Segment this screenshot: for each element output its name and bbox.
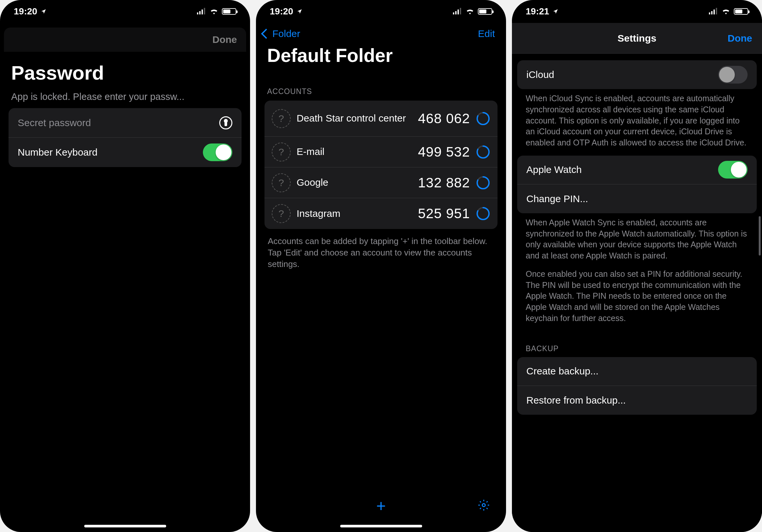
wifi-icon [722, 6, 730, 17]
watch-description-1: When Apple Watch Sync is enabled, accoun… [517, 213, 757, 269]
scrollbar[interactable] [759, 216, 761, 255]
svg-rect-2 [201, 10, 203, 14]
icloud-group: iCloud [517, 60, 757, 89]
svg-rect-3 [204, 8, 205, 14]
battery-icon [734, 8, 748, 15]
password-screen: 19:20 Done Password App is locked. Pleas… [0, 0, 250, 532]
svg-rect-6 [458, 10, 459, 14]
accounts-hint: Accounts can be added by tapping '+' in … [256, 229, 506, 277]
password-group: Secret password Number Keyboard [9, 108, 242, 167]
svg-rect-18 [711, 11, 713, 14]
status-bar: 19:20 [0, 0, 250, 20]
apple-watch-row: Apple Watch [517, 156, 757, 184]
keychain-icon[interactable] [219, 116, 232, 129]
account-name: Death Star control center [297, 113, 412, 124]
nav-bar: Settings Done [512, 23, 762, 54]
modal-header: Done [4, 28, 246, 52]
timer-icon [476, 175, 490, 190]
accounts-header: ACCOUNTS [256, 74, 506, 100]
edit-button[interactable]: Edit [478, 28, 495, 39]
done-button[interactable]: Done [727, 33, 752, 44]
status-bar: 19:21 [512, 0, 762, 20]
account-icon: ? [272, 204, 291, 223]
account-code: 132 882 [418, 175, 470, 191]
icloud-label: iCloud [526, 69, 554, 80]
create-backup-row[interactable]: Create backup... [517, 357, 757, 386]
wifi-icon [465, 6, 475, 17]
home-indicator[interactable] [340, 525, 422, 527]
timer-icon [476, 206, 490, 221]
svg-point-16 [483, 504, 486, 507]
status-time: 19:21 [526, 6, 549, 17]
account-icon: ? [272, 143, 291, 162]
home-indicator[interactable] [84, 525, 166, 527]
account-row[interactable]: ? Instagram 525 951 [265, 198, 497, 229]
settings-screen: 19:21 Settings Done iCloud [512, 0, 762, 532]
account-code: 525 951 [418, 206, 470, 222]
settings-button[interactable] [478, 499, 490, 512]
location-icon [297, 6, 302, 17]
chevron-left-icon [261, 29, 271, 39]
password-input[interactable]: Secret password [18, 117, 219, 128]
account-icon: ? [272, 109, 291, 128]
icloud-switch[interactable] [718, 66, 748, 84]
svg-rect-5 [455, 11, 457, 14]
svg-rect-4 [453, 13, 454, 14]
account-row[interactable]: ? Death Star control center 468 062 [265, 100, 497, 137]
icloud-row: iCloud [517, 60, 757, 89]
account-name: Instagram [297, 208, 412, 220]
folder-screen: 19:20 Folder Edit Default Folder ACCOUNT… [256, 0, 506, 532]
backup-header: BACKUP [517, 331, 757, 357]
battery-icon [478, 8, 492, 15]
page-title: Password [0, 52, 250, 91]
account-name: E-mail [297, 146, 412, 158]
location-icon [553, 6, 559, 17]
create-backup-label: Create backup... [526, 366, 598, 377]
signal-icon [709, 6, 718, 17]
accounts-list: ? Death Star control center 468 062 ? E-… [265, 100, 497, 229]
back-button[interactable]: Folder [263, 28, 300, 39]
back-label: Folder [272, 28, 300, 39]
location-icon [40, 6, 46, 17]
account-row[interactable]: ? Google 132 882 [265, 167, 497, 198]
done-button[interactable]: Done [212, 34, 237, 45]
status-bar: 19:20 [256, 0, 506, 20]
watch-group: Apple Watch Change PIN... [517, 156, 757, 213]
svg-rect-19 [714, 10, 715, 14]
svg-rect-20 [716, 8, 717, 14]
svg-rect-17 [709, 13, 710, 14]
svg-rect-1 [199, 11, 200, 14]
page-subtitle: App is locked. Please enter your passw..… [0, 91, 250, 108]
icloud-description: When iCloud Sync is enabled, accounts ar… [517, 89, 757, 156]
change-pin-label: Change PIN... [526, 193, 588, 204]
signal-icon [453, 6, 462, 17]
backup-group: Create backup... Restore from backup... [517, 357, 757, 415]
account-code: 499 532 [418, 144, 470, 160]
change-pin-row[interactable]: Change PIN... [517, 184, 757, 213]
number-keyboard-switch[interactable] [203, 144, 232, 161]
toolbar: + [256, 493, 506, 519]
battery-icon [222, 8, 236, 15]
restore-backup-label: Restore from backup... [526, 395, 626, 406]
watch-description-2: Once enabled you can also set a PIN for … [517, 269, 757, 331]
signal-icon [197, 6, 206, 17]
nav-bar: Folder Edit [256, 20, 506, 42]
account-row[interactable]: ? E-mail 499 532 [265, 137, 497, 167]
status-time: 19:20 [14, 6, 38, 17]
add-button[interactable]: + [376, 496, 386, 515]
svg-rect-0 [197, 13, 198, 14]
number-keyboard-label: Number Keyboard [18, 147, 97, 158]
account-code: 468 062 [418, 111, 470, 126]
number-keyboard-row: Number Keyboard [9, 138, 242, 167]
apple-watch-switch[interactable] [718, 161, 748, 178]
account-name: Google [297, 177, 412, 188]
apple-watch-label: Apple Watch [526, 164, 582, 175]
account-icon: ? [272, 173, 291, 192]
timer-icon [476, 145, 490, 159]
page-title: Settings [618, 33, 656, 44]
status-time: 19:20 [270, 6, 293, 17]
restore-backup-row[interactable]: Restore from backup... [517, 386, 757, 415]
wifi-icon [209, 6, 219, 17]
page-title: Default Folder [256, 42, 506, 74]
password-input-row[interactable]: Secret password [9, 108, 242, 138]
